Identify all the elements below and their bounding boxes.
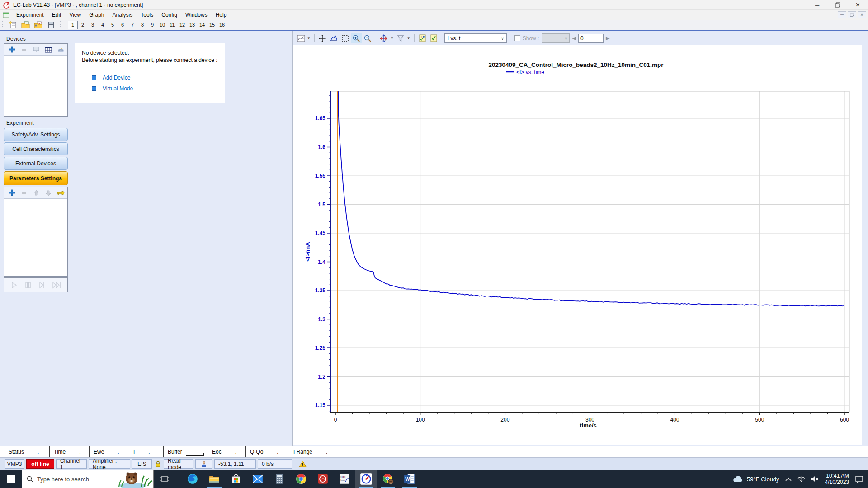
channel-tab-4[interactable]: 4: [98, 21, 108, 29]
virtual-mode-link[interactable]: Virtual Mode: [103, 85, 133, 92]
taskbar-search-input[interactable]: Type here to search: [22, 470, 154, 488]
process-check-icon[interactable]: [428, 33, 439, 43]
move-down-icon[interactable]: [44, 189, 52, 197]
devices-panel: [4, 43, 68, 117]
wifi-icon[interactable]: [797, 476, 805, 482]
action-center-icon[interactable]: [855, 475, 863, 483]
channel-tab-8[interactable]: 8: [137, 21, 147, 29]
taskbar-app-mail[interactable]: [247, 470, 269, 488]
taskbar-app-photos[interactable]: [312, 470, 334, 488]
channel-tab-14[interactable]: 14: [197, 21, 207, 29]
safety-settings-button[interactable]: Safety/Adv. Settings: [4, 128, 68, 141]
taskbar-app-ch-instruments[interactable]: CHInstr.: [334, 470, 355, 488]
open-graph-icon[interactable]: [33, 20, 44, 29]
ie-ranges-icon[interactable]: IE: [417, 33, 428, 43]
channel-tab-2[interactable]: 2: [78, 21, 88, 29]
channel-tab-3[interactable]: 3: [88, 21, 98, 29]
menu-windows[interactable]: Windows: [181, 10, 212, 19]
pause-icon[interactable]: [24, 281, 32, 289]
view-selector-combo[interactable]: I vs. t ∨: [444, 33, 507, 43]
show-checkbox[interactable]: [514, 35, 520, 41]
display-options-icon[interactable]: [295, 33, 307, 43]
task-view-button[interactable]: [154, 470, 175, 488]
menu-tools[interactable]: Tools: [137, 10, 157, 19]
scale-options-icon[interactable]: [378, 33, 390, 43]
remove-parameter-icon[interactable]: [20, 189, 28, 197]
external-devices-button[interactable]: External Devices: [4, 157, 68, 170]
channel-tab-11[interactable]: 11: [167, 21, 177, 29]
save-icon[interactable]: [46, 20, 57, 29]
channel-tab-10[interactable]: 10: [157, 21, 167, 29]
channel-tab-7[interactable]: 7: [127, 21, 137, 29]
scale-options-caret[interactable]: ▼: [390, 36, 394, 40]
weather-widget[interactable]: 59°F Cloudy: [732, 475, 779, 483]
taskbar-app-ec-lab[interactable]: [355, 470, 377, 488]
taskbar-app-store[interactable]: [225, 470, 247, 488]
play-icon[interactable]: [10, 281, 18, 289]
menu-config[interactable]: Config: [157, 10, 181, 19]
next-icon[interactable]: [38, 281, 46, 289]
remove-device-icon[interactable]: [20, 46, 28, 54]
volume-muted-icon[interactable]: [811, 476, 819, 482]
filter-caret[interactable]: ▼: [407, 36, 410, 40]
spin-left-icon[interactable]: ◀: [572, 35, 576, 41]
taskbar-app-chrome[interactable]: [290, 470, 312, 488]
taskbar-app-edge[interactable]: [182, 470, 203, 488]
cell-characteristics-button[interactable]: Cell Characteristics: [4, 142, 68, 155]
menu-analysis[interactable]: Analysis: [108, 10, 137, 19]
add-device-link[interactable]: Add Device: [103, 75, 130, 81]
taskbar-app-calculator[interactable]: [269, 470, 290, 488]
pan-icon[interactable]: [317, 33, 328, 43]
menu-graph[interactable]: Graph: [85, 10, 108, 19]
channel-tab-12[interactable]: 12: [177, 21, 187, 29]
device-network-icon[interactable]: [32, 46, 40, 54]
fit-axes-icon[interactable]: [328, 33, 340, 43]
spin-right-icon[interactable]: ▶: [606, 35, 609, 41]
close-button[interactable]: ×: [848, 0, 868, 10]
taskbar-app-chrome-profile[interactable]: [377, 470, 399, 488]
zoom-in-icon[interactable]: [351, 33, 362, 43]
restore-button[interactable]: [827, 0, 848, 10]
hidden-icons-chevron[interactable]: [785, 477, 792, 481]
menu-edit[interactable]: Edit: [48, 10, 66, 19]
zoom-out-icon[interactable]: [362, 33, 373, 43]
end-icon[interactable]: [52, 281, 62, 289]
device-table-icon[interactable]: [44, 46, 52, 54]
display-options-caret[interactable]: ▼: [307, 36, 311, 40]
taskbar-app-word[interactable]: W: [399, 470, 420, 488]
modify-key-icon[interactable]: [57, 189, 65, 197]
mdi-minimize-button[interactable]: ─: [838, 11, 846, 18]
open-experiment-icon[interactable]: [20, 20, 31, 29]
channel-tab-5[interactable]: 5: [108, 21, 118, 29]
taskbar-app-file-explorer[interactable]: [203, 470, 225, 488]
menu-experiment[interactable]: Experiment: [12, 10, 48, 19]
values-cell: -53.1, 1.11: [214, 459, 256, 469]
firmware-icon[interactable]: [57, 46, 65, 54]
channel-tab-1[interactable]: 1: [68, 21, 78, 29]
add-device-icon[interactable]: [8, 46, 16, 54]
minimize-button[interactable]: ─: [807, 0, 827, 10]
channel-tab-13[interactable]: 13: [187, 21, 197, 29]
channel-tab-16[interactable]: 16: [217, 21, 227, 29]
start-button[interactable]: [0, 470, 22, 488]
search-highlight-doodle[interactable]: [114, 470, 153, 488]
clock-widget[interactable]: 10:41 AM 4/10/2023: [825, 473, 849, 485]
new-protocol-icon[interactable]: [8, 20, 19, 29]
spin-value-input[interactable]: 0: [578, 34, 604, 43]
devices-list[interactable]: [4, 56, 67, 116]
add-parameter-icon[interactable]: [8, 189, 16, 197]
windows-logo-icon: [7, 475, 15, 483]
chart-canvas[interactable]: 1.151.21.251.31.351.41.451.51.551.61.650…: [293, 45, 862, 445]
filter-icon[interactable]: [395, 33, 406, 43]
mdi-restore-button[interactable]: [848, 11, 856, 18]
menu-help[interactable]: Help: [212, 10, 231, 19]
channel-tab-15[interactable]: 15: [207, 21, 217, 29]
move-up-icon[interactable]: [32, 189, 40, 197]
channel-tab-6[interactable]: 6: [118, 21, 127, 29]
menu-view[interactable]: View: [65, 10, 85, 19]
parameters-settings-button[interactable]: Parameters Settings: [4, 171, 68, 185]
zoom-select-icon[interactable]: [340, 33, 351, 43]
parameters-list[interactable]: [4, 199, 67, 276]
channel-tab-9[interactable]: 9: [147, 21, 157, 29]
mdi-close-button[interactable]: ×: [858, 11, 866, 18]
